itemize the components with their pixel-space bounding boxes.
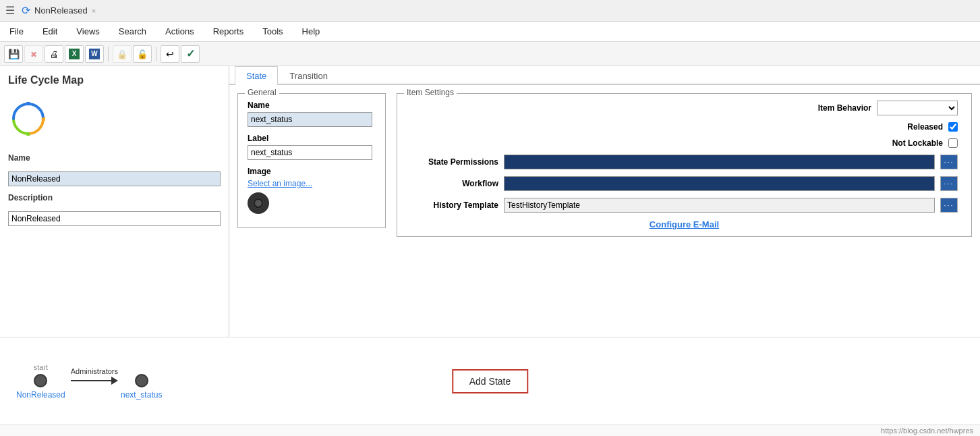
- workflow-row: Workflow ···: [411, 176, 958, 191]
- name-input[interactable]: [8, 171, 221, 186]
- item-behavior-select[interactable]: [877, 101, 958, 115]
- print-button[interactable]: [45, 45, 63, 63]
- arrow-line: [71, 380, 111, 381]
- lifecycle-icon: [8, 99, 49, 139]
- state-permissions-dots-button[interactable]: ···: [940, 155, 958, 169]
- general-image-label: Image: [248, 167, 376, 176]
- diagram-arrow: Administrators: [71, 367, 118, 385]
- not-lockable-checkbox[interactable]: [948, 138, 958, 148]
- history-template-label: History Template: [411, 200, 498, 210]
- workflow-dots-button[interactable]: ···: [940, 176, 958, 191]
- general-name-input[interactable]: [248, 112, 372, 127]
- toolbar: X W: [0, 42, 980, 66]
- general-image-field: Image Select an image...: [248, 167, 376, 214]
- general-name-field: Name: [248, 101, 376, 127]
- title-close-icon[interactable]: ×: [92, 7, 96, 15]
- tab-content: General Name Label Image Select an image…: [229, 85, 980, 337]
- arrow-shape: [71, 377, 118, 385]
- description-input[interactable]: [8, 211, 221, 226]
- workflow-input[interactable]: [504, 176, 935, 191]
- general-box: General Name Label Image Select an image…: [237, 93, 386, 228]
- arrow-head: [111, 377, 118, 385]
- app-icon: ⟳: [22, 4, 30, 17]
- spacer-label: x: [140, 363, 144, 371]
- excel-button[interactable]: X: [65, 45, 84, 63]
- add-state-container: Add State: [452, 369, 529, 393]
- tab-bar: State Transition: [229, 66, 980, 85]
- select-image-link[interactable]: Select an image...: [248, 179, 312, 188]
- save-button[interactable]: [4, 45, 23, 63]
- released-row: Released: [411, 122, 958, 132]
- item-settings-box: Item Settings Item Behavior Released: [397, 93, 972, 237]
- save-icon: [8, 49, 20, 59]
- diagram-node-nextstatus: x next_status: [121, 363, 162, 400]
- menu-edit[interactable]: Edit: [33, 24, 67, 39]
- general-label-label: Label: [248, 134, 376, 143]
- menu-search[interactable]: Search: [109, 24, 156, 39]
- history-template-dots-button[interactable]: ···: [940, 198, 958, 213]
- menu-bar: File Edit Views Search Actions Reports T…: [0, 22, 980, 42]
- unlock-button[interactable]: [133, 45, 152, 63]
- status-bar: https://blog.csdn.net/hwpres: [0, 425, 980, 436]
- general-label-input[interactable]: [248, 145, 372, 160]
- unlock-icon: [137, 49, 148, 59]
- description-label: Description: [8, 193, 221, 202]
- arrow-label: Administrators: [71, 367, 118, 375]
- item-behavior-label: Item Behavior: [818, 103, 871, 113]
- title-bar-text: NonReleased: [34, 5, 88, 16]
- close-button[interactable]: [24, 45, 43, 63]
- left-panel: Life Cycle Map Name Description: [0, 66, 229, 337]
- start-label: start: [34, 363, 48, 371]
- released-label: Released: [855, 122, 943, 132]
- excel-icon: X: [69, 49, 80, 59]
- check-icon: [186, 47, 195, 60]
- lifecycle-title: Life Cycle Map: [8, 74, 221, 86]
- menu-reports[interactable]: Reports: [204, 24, 254, 39]
- diagram-area: start NonReleased Administrators x next_…: [0, 337, 980, 425]
- not-lockable-label: Not Lockable: [855, 138, 943, 148]
- nextstatus-label: next_status: [121, 390, 162, 400]
- menu-tools[interactable]: Tools: [253, 24, 292, 39]
- status-url: https://blog.csdn.net/hwpres: [881, 427, 973, 435]
- toolbar-separator: [108, 47, 109, 61]
- menu-file[interactable]: File: [0, 24, 33, 39]
- close-icon: [30, 49, 37, 59]
- lock-icon: [117, 49, 127, 59]
- print-icon: [50, 49, 59, 59]
- not-lockable-row: Not Lockable: [411, 138, 958, 148]
- svg-point-4: [255, 200, 262, 207]
- state-permissions-label: State Permissions: [411, 157, 498, 167]
- general-legend: General: [245, 88, 279, 97]
- history-template-input[interactable]: TestHistoryTemplate: [504, 198, 935, 213]
- item-settings-legend: Item Settings: [404, 88, 457, 97]
- nextstatus-circle[interactable]: [135, 374, 148, 387]
- undo-button[interactable]: [161, 45, 179, 63]
- item-behavior-row: Item Behavior: [411, 101, 958, 115]
- hamburger-icon[interactable]: ☰: [5, 4, 15, 17]
- tab-state[interactable]: State: [235, 66, 278, 85]
- general-label-field: Label: [248, 134, 376, 160]
- lock-button[interactable]: [113, 45, 132, 63]
- undo-icon: [166, 49, 174, 59]
- menu-help[interactable]: Help: [293, 24, 330, 39]
- add-state-button[interactable]: Add State: [452, 369, 529, 393]
- nonreleased-circle[interactable]: [34, 374, 47, 387]
- tab-transition[interactable]: Transition: [278, 66, 339, 85]
- state-permissions-input[interactable]: [504, 155, 935, 169]
- history-template-row: History Template TestHistoryTemplate ···: [411, 198, 958, 213]
- confirm-button[interactable]: [181, 45, 200, 63]
- nonreleased-label: NonReleased: [16, 390, 65, 400]
- image-circle-icon: [252, 197, 264, 209]
- word-icon: W: [89, 49, 100, 59]
- menu-actions[interactable]: Actions: [156, 24, 204, 39]
- workflow-label: Workflow: [411, 179, 498, 188]
- image-preview: [248, 192, 269, 214]
- general-name-label: Name: [248, 101, 376, 110]
- configure-email-link[interactable]: Configure E-Mail: [411, 219, 958, 229]
- released-checkbox[interactable]: [948, 122, 958, 132]
- menu-views[interactable]: Views: [67, 24, 109, 39]
- title-bar: ☰ ⟳ NonReleased ×: [0, 0, 980, 22]
- word-button[interactable]: W: [85, 45, 104, 63]
- right-panel: State Transition General Name Label: [229, 66, 980, 337]
- name-label: Name: [8, 153, 221, 163]
